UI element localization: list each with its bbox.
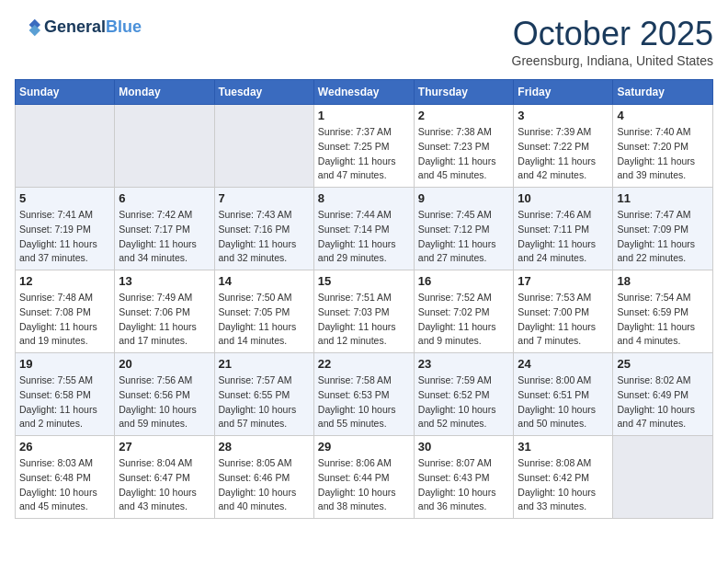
day-info: Sunrise: 8:05 AM Sunset: 6:46 PM Dayligh… [219,456,310,514]
day-number: 11 [617,191,709,205]
calendar-week-2: 5Sunrise: 7:41 AM Sunset: 7:19 PM Daylig… [16,188,713,270]
calendar-cell [115,105,214,188]
day-info: Sunrise: 7:47 AM Sunset: 7:09 PM Dayligh… [617,208,709,266]
calendar-cell: 15Sunrise: 7:51 AM Sunset: 7:03 PM Dayli… [313,270,414,353]
calendar-week-4: 19Sunrise: 7:55 AM Sunset: 6:58 PM Dayli… [16,353,713,436]
title-block: October 2025 Greensburg, Indiana, United… [512,15,713,68]
calendar-cell: 28Sunrise: 8:05 AM Sunset: 6:46 PM Dayli… [214,436,313,519]
weekday-header-monday: Monday [115,80,214,105]
day-info: Sunrise: 7:53 AM Sunset: 7:00 PM Dayligh… [518,291,609,349]
day-info: Sunrise: 7:45 AM Sunset: 7:12 PM Dayligh… [418,208,510,266]
calendar-cell: 2Sunrise: 7:38 AM Sunset: 7:23 PM Daylig… [414,105,514,188]
day-number: 14 [219,274,310,288]
day-info: Sunrise: 7:40 AM Sunset: 7:20 PM Dayligh… [617,125,709,183]
day-number: 3 [518,109,609,122]
day-info: Sunrise: 8:03 AM Sunset: 6:48 PM Dayligh… [19,456,110,514]
calendar-cell: 16Sunrise: 7:52 AM Sunset: 7:02 PM Dayli… [414,270,514,353]
day-info: Sunrise: 7:41 AM Sunset: 7:19 PM Dayligh… [19,208,110,266]
day-number: 25 [617,357,709,371]
day-info: Sunrise: 8:07 AM Sunset: 6:43 PM Dayligh… [418,456,510,514]
weekday-header-friday: Friday [514,80,613,105]
day-number: 9 [418,191,510,205]
calendar-cell: 21Sunrise: 7:57 AM Sunset: 6:55 PM Dayli… [214,353,313,436]
calendar-cell: 30Sunrise: 8:07 AM Sunset: 6:43 PM Dayli… [414,436,514,519]
day-info: Sunrise: 7:58 AM Sunset: 6:53 PM Dayligh… [318,373,410,431]
day-number: 28 [219,440,310,454]
day-number: 21 [219,357,310,371]
day-number: 31 [518,440,609,454]
day-info: Sunrise: 7:56 AM Sunset: 6:56 PM Dayligh… [119,373,210,431]
calendar-cell [214,105,313,188]
calendar-cell: 14Sunrise: 7:50 AM Sunset: 7:05 PM Dayli… [214,270,313,353]
day-info: Sunrise: 8:04 AM Sunset: 6:47 PM Dayligh… [119,456,210,514]
day-number: 12 [19,274,110,288]
day-number: 23 [418,357,510,371]
day-info: Sunrise: 7:50 AM Sunset: 7:05 PM Dayligh… [219,291,310,349]
calendar-cell: 1Sunrise: 7:37 AM Sunset: 7:25 PM Daylig… [313,105,414,188]
day-info: Sunrise: 7:55 AM Sunset: 6:58 PM Dayligh… [19,373,110,431]
calendar-cell: 8Sunrise: 7:44 AM Sunset: 7:14 PM Daylig… [313,188,414,270]
calendar-cell: 19Sunrise: 7:55 AM Sunset: 6:58 PM Dayli… [16,353,115,436]
day-number: 7 [219,191,310,205]
calendar-cell: 29Sunrise: 8:06 AM Sunset: 6:44 PM Dayli… [313,436,414,519]
calendar-cell: 17Sunrise: 7:53 AM Sunset: 7:00 PM Dayli… [514,270,613,353]
calendar-cell: 22Sunrise: 7:58 AM Sunset: 6:53 PM Dayli… [313,353,414,436]
day-number: 22 [318,357,410,371]
calendar-cell: 6Sunrise: 7:42 AM Sunset: 7:17 PM Daylig… [115,188,214,270]
weekday-header-tuesday: Tuesday [214,80,313,105]
calendar-cell: 26Sunrise: 8:03 AM Sunset: 6:48 PM Dayli… [16,436,115,519]
day-number: 20 [119,357,210,371]
day-number: 27 [119,440,210,454]
calendar-cell: 7Sunrise: 7:43 AM Sunset: 7:16 PM Daylig… [214,188,313,270]
day-info: Sunrise: 8:00 AM Sunset: 6:51 PM Dayligh… [518,373,609,431]
day-number: 13 [119,274,210,288]
day-number: 4 [617,109,709,122]
day-number: 19 [19,357,110,371]
logo-text: GeneralBlue [44,18,142,37]
day-number: 10 [518,191,609,205]
calendar-cell: 24Sunrise: 8:00 AM Sunset: 6:51 PM Dayli… [514,353,613,436]
calendar-week-1: 1Sunrise: 7:37 AM Sunset: 7:25 PM Daylig… [16,105,713,188]
day-info: Sunrise: 8:06 AM Sunset: 6:44 PM Dayligh… [318,456,410,514]
day-number: 2 [418,109,510,122]
day-number: 15 [318,274,410,288]
day-info: Sunrise: 7:39 AM Sunset: 7:22 PM Dayligh… [518,125,609,183]
day-info: Sunrise: 7:37 AM Sunset: 7:25 PM Dayligh… [318,125,410,183]
day-info: Sunrise: 8:08 AM Sunset: 6:42 PM Dayligh… [518,456,609,514]
weekday-header-saturday: Saturday [613,80,713,105]
calendar-cell: 10Sunrise: 7:46 AM Sunset: 7:11 PM Dayli… [514,188,613,270]
logo-icon [15,15,40,40]
calendar-cell: 3Sunrise: 7:39 AM Sunset: 7:22 PM Daylig… [514,105,613,188]
calendar-cell: 25Sunrise: 8:02 AM Sunset: 6:49 PM Dayli… [613,353,713,436]
day-number: 17 [518,274,609,288]
day-number: 24 [518,357,609,371]
location: Greensburg, Indiana, United States [512,53,713,68]
svg-marker-1 [29,25,40,36]
day-info: Sunrise: 7:57 AM Sunset: 6:55 PM Dayligh… [219,373,310,431]
calendar-cell: 4Sunrise: 7:40 AM Sunset: 7:20 PM Daylig… [613,105,713,188]
calendar-cell: 27Sunrise: 8:04 AM Sunset: 6:47 PM Dayli… [115,436,214,519]
calendar-cell [16,105,115,188]
calendar-cell: 20Sunrise: 7:56 AM Sunset: 6:56 PM Dayli… [115,353,214,436]
day-info: Sunrise: 7:59 AM Sunset: 6:52 PM Dayligh… [418,373,510,431]
calendar-cell: 31Sunrise: 8:08 AM Sunset: 6:42 PM Dayli… [514,436,613,519]
day-number: 5 [19,191,110,205]
weekday-header-thursday: Thursday [414,80,514,105]
calendar-cell: 23Sunrise: 7:59 AM Sunset: 6:52 PM Dayli… [414,353,514,436]
calendar-cell: 13Sunrise: 7:49 AM Sunset: 7:06 PM Dayli… [115,270,214,353]
day-number: 18 [617,274,709,288]
calendar-cell: 9Sunrise: 7:45 AM Sunset: 7:12 PM Daylig… [414,188,514,270]
day-number: 6 [119,191,210,205]
day-info: Sunrise: 7:51 AM Sunset: 7:03 PM Dayligh… [318,291,410,349]
day-info: Sunrise: 7:52 AM Sunset: 7:02 PM Dayligh… [418,291,510,349]
day-info: Sunrise: 8:02 AM Sunset: 6:49 PM Dayligh… [617,373,709,431]
page-header: GeneralBlue October 2025 Greensburg, Ind… [15,15,713,68]
calendar-table: SundayMondayTuesdayWednesdayThursdayFrid… [15,79,713,519]
day-info: Sunrise: 7:44 AM Sunset: 7:14 PM Dayligh… [318,208,410,266]
calendar-cell: 18Sunrise: 7:54 AM Sunset: 6:59 PM Dayli… [613,270,713,353]
calendar-week-3: 12Sunrise: 7:48 AM Sunset: 7:08 PM Dayli… [16,270,713,353]
month-title: October 2025 [512,15,713,53]
day-info: Sunrise: 7:54 AM Sunset: 6:59 PM Dayligh… [617,291,709,349]
day-info: Sunrise: 7:48 AM Sunset: 7:08 PM Dayligh… [19,291,110,349]
day-info: Sunrise: 7:38 AM Sunset: 7:23 PM Dayligh… [418,125,510,183]
